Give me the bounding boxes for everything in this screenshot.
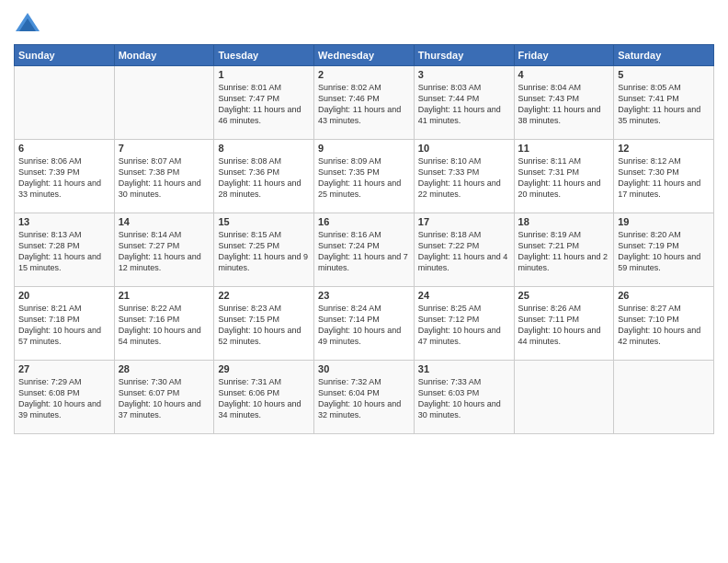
header-day-wednesday: Wednesday [314,45,415,66]
calendar-cell: 14Sunrise: 8:14 AM Sunset: 7:27 PM Dayli… [114,213,214,287]
day-number: 24 [418,290,510,301]
day-number: 29 [218,363,310,374]
calendar-body: 1Sunrise: 8:01 AM Sunset: 7:47 PM Daylig… [15,66,714,434]
calendar-cell: 2Sunrise: 8:02 AM Sunset: 7:46 PM Daylig… [314,66,415,140]
day-info: Sunrise: 7:33 AM Sunset: 6:03 PM Dayligh… [418,376,510,421]
calendar-cell: 30Sunrise: 7:32 AM Sunset: 6:04 PM Dayli… [314,361,415,434]
day-number: 25 [518,290,610,301]
calendar-cell: 9Sunrise: 8:09 AM Sunset: 7:35 PM Daylig… [314,140,415,213]
calendar-cell: 7Sunrise: 8:07 AM Sunset: 7:38 PM Daylig… [114,140,214,213]
calendar-cell: 25Sunrise: 8:26 AM Sunset: 7:11 PM Dayli… [514,287,614,361]
day-info: Sunrise: 8:24 AM Sunset: 7:14 PM Dayligh… [318,303,410,348]
calendar-cell: 28Sunrise: 7:30 AM Sunset: 6:07 PM Dayli… [114,361,214,434]
day-number: 21 [119,290,210,301]
day-number: 7 [119,143,210,154]
day-info: Sunrise: 8:03 AM Sunset: 7:44 PM Dayligh… [418,82,510,127]
calendar-cell: 24Sunrise: 8:25 AM Sunset: 7:12 PM Dayli… [414,287,514,361]
calendar-cell: 6Sunrise: 8:06 AM Sunset: 7:39 PM Daylig… [15,140,115,213]
calendar-week-3: 13Sunrise: 8:13 AM Sunset: 7:28 PM Dayli… [15,213,714,287]
day-number: 19 [618,216,710,227]
day-info: Sunrise: 8:11 AM Sunset: 7:31 PM Dayligh… [518,155,610,201]
day-number: 18 [518,216,610,227]
header-day-tuesday: Tuesday [214,45,314,66]
day-info: Sunrise: 7:32 AM Sunset: 6:04 PM Dayligh… [318,376,410,421]
day-info: Sunrise: 8:18 AM Sunset: 7:22 PM Dayligh… [418,229,510,274]
day-info: Sunrise: 8:10 AM Sunset: 7:33 PM Dayligh… [418,155,510,201]
calendar-cell: 18Sunrise: 8:19 AM Sunset: 7:21 PM Dayli… [514,213,614,287]
day-info: Sunrise: 7:30 AM Sunset: 6:07 PM Dayligh… [119,376,210,421]
calendar-cell: 13Sunrise: 8:13 AM Sunset: 7:28 PM Dayli… [15,213,115,287]
day-info: Sunrise: 8:26 AM Sunset: 7:11 PM Dayligh… [518,303,610,348]
calendar-cell: 15Sunrise: 8:15 AM Sunset: 7:25 PM Dayli… [214,213,314,287]
calendar-cell: 26Sunrise: 8:27 AM Sunset: 7:10 PM Dayli… [614,287,714,361]
calendar-week-4: 20Sunrise: 8:21 AM Sunset: 7:18 PM Dayli… [15,287,714,361]
day-info: Sunrise: 8:20 AM Sunset: 7:19 PM Dayligh… [618,229,710,274]
day-number: 23 [318,290,410,301]
calendar-cell: 23Sunrise: 8:24 AM Sunset: 7:14 PM Dayli… [314,287,415,361]
calendar-cell: 11Sunrise: 8:11 AM Sunset: 7:31 PM Dayli… [514,140,614,213]
day-info: Sunrise: 8:23 AM Sunset: 7:15 PM Dayligh… [218,303,310,348]
logo-icon [14,9,41,37]
header-day-monday: Monday [114,45,214,66]
day-info: Sunrise: 8:14 AM Sunset: 7:27 PM Dayligh… [119,229,210,274]
calendar-week-1: 1Sunrise: 8:01 AM Sunset: 7:47 PM Daylig… [15,66,714,140]
day-number: 30 [318,363,410,374]
day-info: Sunrise: 8:21 AM Sunset: 7:18 PM Dayligh… [18,303,110,348]
calendar-cell: 17Sunrise: 8:18 AM Sunset: 7:22 PM Dayli… [414,213,514,287]
day-number: 4 [518,69,610,80]
day-number: 26 [618,290,710,301]
day-info: Sunrise: 8:27 AM Sunset: 7:10 PM Dayligh… [618,303,710,348]
calendar-cell [614,361,714,434]
calendar-week-2: 6Sunrise: 8:06 AM Sunset: 7:39 PM Daylig… [15,140,714,213]
day-info: Sunrise: 8:13 AM Sunset: 7:28 PM Dayligh… [18,229,110,274]
calendar-cell [15,66,115,140]
day-number: 15 [218,216,310,227]
day-number: 3 [418,69,510,80]
day-info: Sunrise: 8:15 AM Sunset: 7:25 PM Dayligh… [218,229,310,274]
day-info: Sunrise: 8:25 AM Sunset: 7:12 PM Dayligh… [418,303,510,348]
day-number: 8 [218,143,310,154]
day-info: Sunrise: 8:09 AM Sunset: 7:35 PM Dayligh… [318,155,410,201]
calendar-header-row: SundayMondayTuesdayWednesdayThursdayFrid… [15,45,714,66]
day-number: 22 [218,290,310,301]
calendar-cell: 16Sunrise: 8:16 AM Sunset: 7:24 PM Dayli… [314,213,415,287]
calendar-cell: 12Sunrise: 8:12 AM Sunset: 7:30 PM Dayli… [614,140,714,213]
day-info: Sunrise: 8:04 AM Sunset: 7:43 PM Dayligh… [518,82,610,127]
calendar-cell [514,361,614,434]
day-number: 2 [318,69,410,80]
calendar-cell: 19Sunrise: 8:20 AM Sunset: 7:19 PM Dayli… [614,213,714,287]
calendar-cell: 21Sunrise: 8:22 AM Sunset: 7:16 PM Dayli… [114,287,214,361]
header-day-friday: Friday [514,45,614,66]
day-number: 12 [618,143,710,154]
day-info: Sunrise: 8:07 AM Sunset: 7:38 PM Dayligh… [119,155,210,201]
day-info: Sunrise: 8:05 AM Sunset: 7:41 PM Dayligh… [618,82,710,127]
calendar-cell: 22Sunrise: 8:23 AM Sunset: 7:15 PM Dayli… [214,287,314,361]
day-number: 27 [18,363,110,374]
day-number: 16 [318,216,410,227]
day-info: Sunrise: 8:19 AM Sunset: 7:21 PM Dayligh… [518,229,610,274]
calendar-cell: 10Sunrise: 8:10 AM Sunset: 7:33 PM Dayli… [414,140,514,213]
day-number: 5 [618,69,710,80]
calendar-cell: 1Sunrise: 8:01 AM Sunset: 7:47 PM Daylig… [214,66,314,140]
day-number: 31 [418,363,510,374]
header-day-sunday: Sunday [15,45,115,66]
day-info: Sunrise: 7:29 AM Sunset: 6:08 PM Dayligh… [18,376,110,421]
day-info: Sunrise: 7:31 AM Sunset: 6:06 PM Dayligh… [218,376,310,421]
header-day-thursday: Thursday [414,45,514,66]
day-number: 6 [18,143,110,154]
day-number: 10 [418,143,510,154]
day-number: 13 [18,216,110,227]
calendar-cell: 8Sunrise: 8:08 AM Sunset: 7:36 PM Daylig… [214,140,314,213]
calendar-week-5: 27Sunrise: 7:29 AM Sunset: 6:08 PM Dayli… [15,361,714,434]
day-number: 1 [218,69,310,80]
day-number: 17 [418,216,510,227]
calendar-cell: 4Sunrise: 8:04 AM Sunset: 7:43 PM Daylig… [514,66,614,140]
day-info: Sunrise: 8:01 AM Sunset: 7:47 PM Dayligh… [218,82,310,127]
day-number: 20 [18,290,110,301]
day-info: Sunrise: 8:08 AM Sunset: 7:36 PM Dayligh… [218,155,310,201]
day-number: 28 [119,363,210,374]
header [14,9,714,37]
day-info: Sunrise: 8:12 AM Sunset: 7:30 PM Dayligh… [618,155,710,201]
calendar-cell: 3Sunrise: 8:03 AM Sunset: 7:44 PM Daylig… [414,66,514,140]
calendar-cell: 5Sunrise: 8:05 AM Sunset: 7:41 PM Daylig… [614,66,714,140]
